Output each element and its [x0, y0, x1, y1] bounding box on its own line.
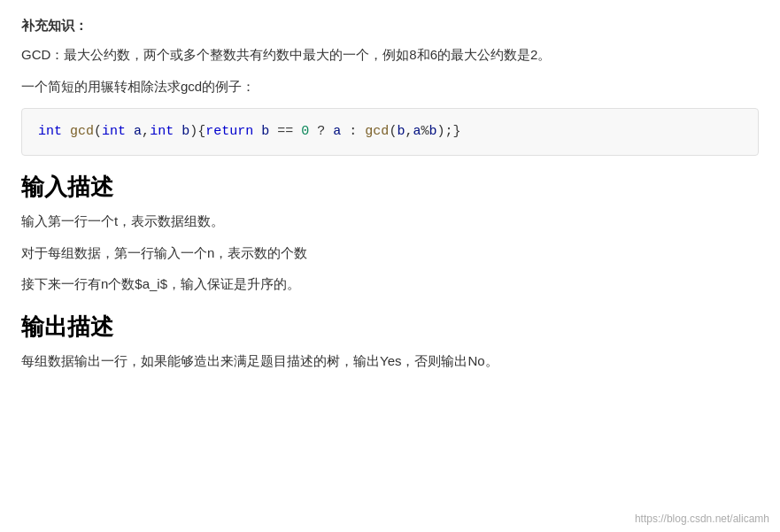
input-line-1: 输入第一行一个t，表示数据组数。	[21, 210, 759, 233]
supplementary-title: 补充知识：	[21, 18, 759, 35]
gcd-intro: 一个简短的用辗转相除法求gcd的例子：	[21, 75, 759, 98]
keyword-int-3: int	[150, 124, 174, 139]
code-block: int gcd(int a,int b){return b == 0 ? a :…	[21, 108, 759, 156]
input-line-3: 接下来一行有n个数$a_i$，输入保证是升序的。	[21, 273, 759, 296]
input-section: 输入描述 输入第一行一个t，表示数据组数。 对于每组数据，第一行输入一个n，表示…	[21, 172, 759, 296]
function-name-gcd: gcd	[70, 124, 94, 139]
op-eq: ==	[277, 124, 293, 139]
input-section-title: 输入描述	[21, 172, 759, 203]
paren-close-2: );	[436, 124, 452, 139]
paren-open: (	[94, 124, 102, 139]
output-section-title: 输出描述	[21, 312, 759, 343]
param-b-2: b	[261, 124, 277, 139]
comma-1: ,	[142, 124, 150, 139]
keyword-int-2: int	[102, 124, 126, 139]
gcd-definition: GCD：最大公约数，两个或多个整数共有约数中最大的一个，例如8和6的最大公约数是…	[21, 43, 759, 66]
param-a-2: a	[333, 124, 349, 139]
function-name-gcd-2: gcd	[365, 124, 389, 139]
input-line-2: 对于每组数据，第一行输入一个n，表示数的个数	[21, 242, 759, 265]
num-zero: 0	[301, 124, 317, 139]
op-colon: :	[349, 124, 357, 139]
output-section: 输出描述 每组数据输出一行，如果能够造出来满足题目描述的树，输出Yes，否则输出…	[21, 312, 759, 373]
watermark: https://blog.csdn.net/alicamh	[635, 513, 769, 525]
brace-close: }	[452, 124, 460, 139]
supplementary-section: 补充知识： GCD：最大公约数，两个或多个整数共有约数中最大的一个，例如8和6的…	[21, 18, 759, 156]
param-b: b	[181, 124, 189, 139]
param-a: a	[134, 124, 142, 139]
keyword-int-1: int	[38, 124, 62, 139]
op-ternary: ?	[317, 124, 325, 139]
paren-close-brace-open: ){	[189, 124, 205, 139]
output-line-1: 每组数据输出一行，如果能够造出来满足题目描述的树，输出Yes，否则输出No。	[21, 350, 759, 373]
keyword-return: return	[205, 124, 253, 139]
